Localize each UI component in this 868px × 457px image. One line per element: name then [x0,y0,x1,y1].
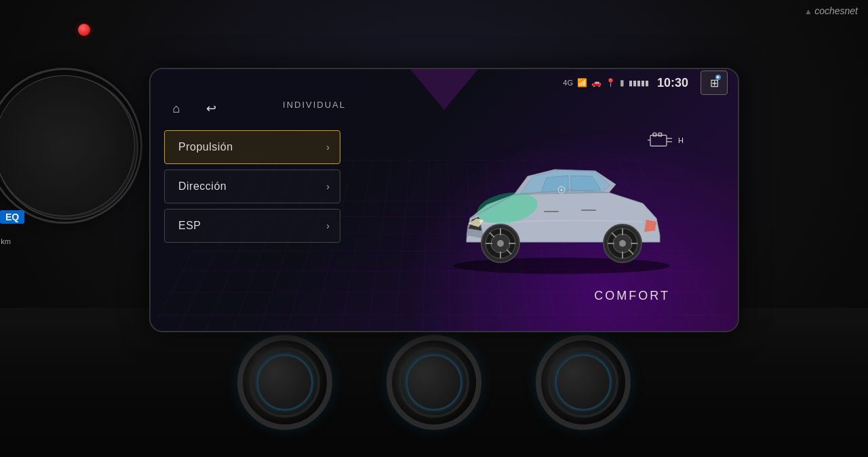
svg-text:8: 8 [40,200,45,211]
svg-point-24 [453,258,670,274]
svg-point-0 [0,77,138,219]
svg-text:4: 4 [14,115,20,126]
signal-bars-icon: ▮ [620,78,625,87]
infotainment-screen: 4G 📶 🚗 📍 ▮ ▮▮▮▮▮ 10:30 ⊞ ✱ ⌂ ↩ INDIVIDUA… [149,68,739,332]
car-icon: 🚗 [591,78,601,87]
watermark-logo: ▲ cochesnet [804,5,858,16]
car-image-svg: ✦ [433,130,690,279]
svg-text:5: 5 [6,142,12,153]
svg-line-9 [117,177,123,181]
tachometer: 4 5 6 7² 8 ×1000r/min [0,68,142,224]
svg-line-3 [9,115,16,119]
esp-arrow-icon: › [326,220,330,231]
svg-text:6: 6 [7,168,13,179]
propulsion-label: Propulsión [178,141,233,153]
vent-right [536,335,631,430]
clock-display: 10:30 [657,76,688,90]
direccion-arrow-icon: › [326,181,330,192]
eq-badge: EQ [0,210,24,224]
hybrid-label: H [678,136,684,144]
esp-label: ESP [178,220,201,232]
status-icons-group: 4G 📶 🚗 📍 ▮ ▮▮▮▮▮ [563,78,649,87]
svg-line-16 [21,148,66,175]
svg-rect-19 [653,133,656,136]
status-bar: 4G 📶 🚗 📍 ▮ ▮▮▮▮▮ 10:30 ⊞ ✱ [151,69,738,96]
svg-line-6 [96,91,100,98]
engine-svg-icon [648,130,675,151]
menu-item-direccion[interactable]: Dirección › [164,170,340,203]
svg-point-17 [62,144,71,152]
svg-line-7 [117,115,123,119]
svg-point-41 [619,240,626,247]
home-icon: ⌂ [173,102,180,116]
gauge-cluster: 4 5 6 7² 8 ×1000r/min EQ 🚗 0 km 1/2 [0,68,156,312]
engine-status-icon: H [648,130,684,151]
propulsion-arrow-icon: › [326,142,330,153]
car-visualization: H [399,96,724,313]
menu-item-esp[interactable]: ESP › [164,209,340,243]
drive-mode-menu: Propulsión › Dirección › ESP › [164,130,340,243]
cellular-signal: ▮▮▮▮▮ [629,79,649,87]
settings-button[interactable]: ⊞ ✱ [701,71,728,95]
svg-text:×1000r/min: ×1000r/min [41,112,71,119]
gauge-svg: 4 5 6 7² 8 ×1000r/min [0,70,144,226]
sim-icon: 📶 [577,78,587,87]
gauge-info: 🚗 0 km 1/2 [0,237,11,256]
drive-mode-label: COMFORT [594,289,670,303]
svg-rect-20 [658,133,662,136]
vent-left [237,335,332,430]
menu-item-propulsion[interactable]: Propulsión › [164,130,340,164]
svg-point-31 [497,240,504,247]
red-indicator-dot [78,24,90,36]
svg-text:7²: 7² [18,188,27,199]
svg-rect-18 [650,135,667,146]
direccion-label: Dirección [178,180,226,193]
svg-line-1 [9,177,16,181]
svg-line-4 [34,91,38,98]
svg-text:✦: ✦ [559,188,564,193]
vent-center [387,335,481,430]
network-4g-icon: 4G [563,79,573,87]
location-icon: 📍 [606,78,616,87]
settings-icon: ⊞ ✱ [710,77,719,90]
